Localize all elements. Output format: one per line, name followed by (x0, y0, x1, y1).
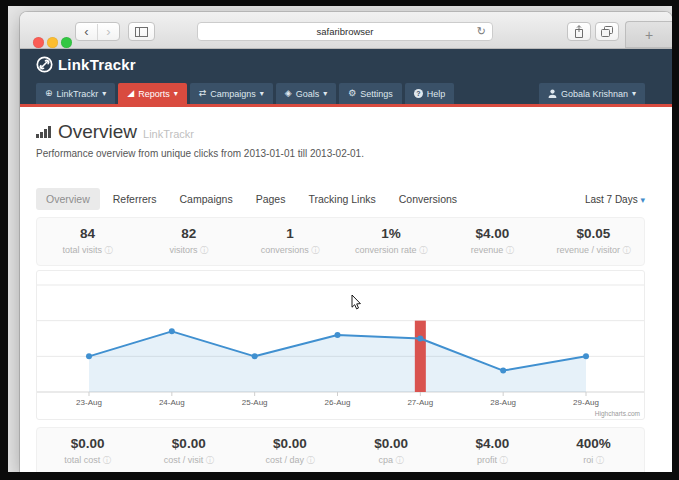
stat-value: 82 (138, 226, 239, 241)
x-axis-label: 29-Aug (573, 398, 599, 407)
minimize-window-button[interactable] (47, 37, 58, 48)
stat-label: cpa ⓘ (341, 455, 442, 466)
back-button[interactable]: ‹ (76, 24, 97, 40)
stat-label: conversion rate ⓘ (341, 245, 442, 256)
mouse-cursor (351, 295, 363, 311)
nav-item-linktrackr[interactable]: ⊕LinkTrackr▾ (36, 83, 115, 104)
stat-label: cost / day ⓘ (239, 455, 340, 466)
conversion-marker-bar (415, 321, 426, 392)
bar-chart-icon (36, 126, 51, 138)
reload-icon[interactable]: ↻ (477, 23, 486, 40)
data-point (252, 353, 258, 359)
x-axis-label: 28-Aug (490, 398, 516, 407)
bar-chart-icon: ◢ (127, 89, 134, 98)
target-icon: ◈ (285, 89, 292, 98)
browser-toolbar: ‹ › safaribrowser ↻ (20, 12, 672, 49)
x-axis-label: 26-Aug (325, 398, 351, 407)
globe-icon: ⊕ (45, 89, 53, 98)
brand-name: LinkTrackr (58, 56, 136, 73)
data-point (335, 332, 341, 338)
data-point (500, 368, 506, 374)
tab-conversions[interactable]: Conversions (389, 188, 467, 210)
stat-conversion-rate: 1%conversion rate ⓘ (341, 226, 442, 256)
info-icon[interactable]: ⓘ (500, 456, 508, 465)
info-icon[interactable]: ⓘ (311, 246, 319, 255)
stat-label: revenue ⓘ (442, 245, 543, 256)
stat-revenue-visitor: $0.05revenue / visitor ⓘ (543, 226, 644, 256)
page-header: Overview LinkTrackr (36, 121, 645, 143)
stat-value: $4.00 (442, 226, 543, 241)
address-bar[interactable]: safaribrowser ↻ (197, 22, 493, 41)
info-icon[interactable]: ⓘ (200, 246, 208, 255)
nav-item-goals[interactable]: ◈Goals▾ (276, 83, 336, 104)
date-range-selector[interactable]: Last 7 Days ▾ (585, 194, 645, 205)
browser-window: ‹ › safaribrowser ↻ (20, 12, 672, 472)
info-icon[interactable]: ⓘ (622, 246, 630, 255)
nav-item-settings[interactable]: ⚙Settings (339, 83, 402, 104)
share-icon (574, 25, 584, 38)
info-icon[interactable]: ⓘ (206, 456, 214, 465)
info-icon[interactable]: ⓘ (105, 246, 113, 255)
user-menu[interactable]: Gobala Krishnan ▾ (539, 83, 645, 104)
tab-overview[interactable]: Overview (36, 188, 100, 210)
stat-value: 1 (239, 226, 340, 241)
info-icon[interactable]: ⓘ (506, 246, 514, 255)
tab-referrers[interactable]: Referrers (103, 188, 167, 210)
tabs-overview-icon (601, 26, 613, 37)
stats-row-bottom: $0.00total cost ⓘ$0.00cost / visit ⓘ$0.0… (36, 427, 645, 472)
info-icon[interactable]: ⓘ (306, 456, 314, 465)
data-point (417, 336, 423, 342)
stats-row-top: 84total visits ⓘ82visitors ⓘ1conversions… (36, 217, 645, 266)
user-name: Gobala Krishnan (561, 89, 628, 99)
data-point (583, 353, 589, 359)
new-tab-button[interactable]: + (625, 21, 672, 48)
area-fill (89, 331, 586, 392)
nav-item-label: Settings (360, 89, 393, 99)
chart-credit: Highcharts.com (595, 410, 640, 417)
history-nav-group: ‹ › (75, 22, 120, 41)
visits-chart[interactable]: 23-Aug24-Aug25-Aug26-Aug27-Aug28-Aug29-A… (36, 270, 645, 420)
main-nav: ⊕LinkTrackr▾◢Reports▾⇄Campaigns▾◈Goals▾⚙… (20, 80, 672, 107)
close-window-button[interactable] (33, 37, 44, 48)
data-point (86, 353, 92, 359)
zoom-window-button[interactable] (61, 37, 72, 48)
stat-label: profit ⓘ (442, 455, 543, 466)
chevron-down-icon: ▾ (323, 89, 327, 98)
share-button[interactable] (567, 22, 591, 41)
site-header: LinkTrackr (20, 49, 672, 80)
show-all-tabs-button[interactable] (595, 22, 619, 41)
info-icon[interactable]: ⓘ (103, 456, 111, 465)
page-subtitle: Performance overview from unique clicks … (36, 148, 645, 159)
sidebar-icon (135, 27, 148, 37)
stat-total-visits: 84total visits ⓘ (37, 226, 138, 256)
info-icon[interactable]: ⓘ (396, 456, 404, 465)
stat-revenue: $4.00revenue ⓘ (442, 226, 543, 256)
nav-item-help[interactable]: ?Help (405, 83, 455, 104)
stat-label: visitors ⓘ (138, 245, 239, 256)
stat-label: total cost ⓘ (37, 455, 138, 466)
stat-cost-day: $0.00cost / day ⓘ (239, 436, 340, 466)
info-icon[interactable]: ⓘ (596, 456, 604, 465)
stat-visitors: 82visitors ⓘ (138, 226, 239, 256)
chevron-down-icon: ▾ (260, 89, 264, 98)
stat-value: $0.05 (543, 226, 644, 241)
stat-conversions: 1conversions ⓘ (239, 226, 340, 256)
forward-button[interactable]: › (97, 24, 119, 40)
chevron-down-icon: ▾ (632, 89, 636, 98)
stat-label: roi ⓘ (543, 455, 644, 466)
nav-item-reports[interactable]: ◢Reports▾ (118, 83, 186, 104)
nav-item-campaigns[interactable]: ⇄Campaigns▾ (190, 83, 273, 104)
stat-value: $0.00 (138, 436, 239, 451)
nav-item-label: LinkTrackr (57, 89, 99, 99)
tab-tracking-links[interactable]: Tracking Links (298, 188, 385, 210)
report-tabs: OverviewReferrersCampaignsPagesTracking … (36, 188, 645, 210)
nav-item-label: Campaigns (210, 89, 256, 99)
info-icon[interactable]: ⓘ (419, 246, 427, 255)
tab-campaigns[interactable]: Campaigns (170, 188, 243, 210)
address-bar-text: safaribrowser (316, 26, 373, 37)
stat-value: $0.00 (239, 436, 340, 451)
shuffle-icon: ⇄ (199, 89, 207, 98)
nav-item-label: Help (427, 89, 446, 99)
sidebar-toggle-button[interactable] (128, 22, 155, 41)
tab-pages[interactable]: Pages (246, 188, 296, 210)
